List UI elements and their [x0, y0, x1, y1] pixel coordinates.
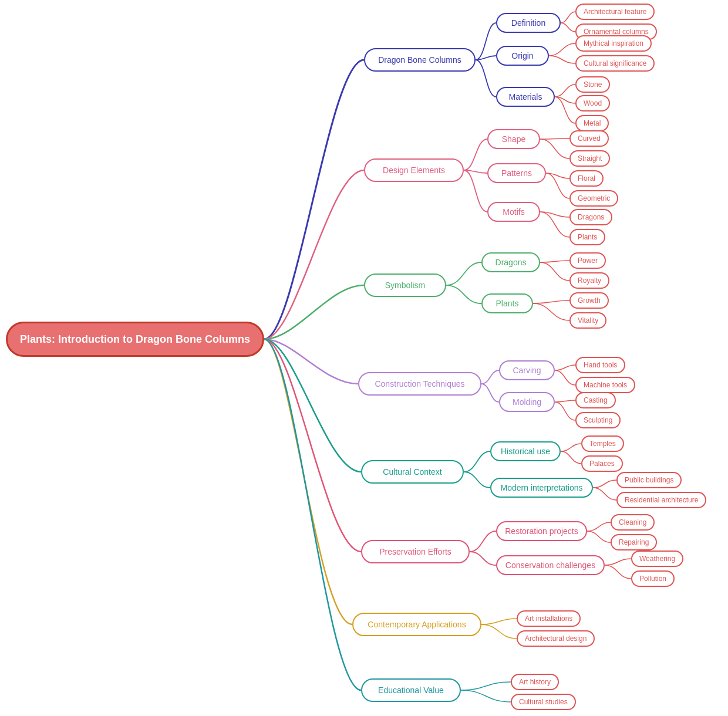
child-node: Modern interpretations	[490, 478, 593, 498]
leaf-node: Cleaning	[611, 514, 655, 531]
leaf-node: Mythical inspiration	[575, 35, 652, 52]
leaf-node: Pollution	[631, 570, 675, 587]
leaf-node: Cultural studies	[511, 694, 576, 710]
leaf-node: Architectural feature	[575, 4, 655, 20]
child-node: Conservation challenges	[496, 555, 605, 575]
branch-node: Construction Techniques	[358, 372, 481, 396]
child-node: Materials	[496, 87, 555, 107]
leaf-node: Floral	[569, 170, 604, 187]
branch-node: Contemporary Applications	[352, 613, 481, 636]
branch-node: Symbolism	[364, 273, 446, 297]
leaf-node: Straight	[569, 150, 610, 167]
child-node: Molding	[499, 392, 555, 412]
child-node: Definition	[496, 13, 561, 33]
branch-node: Design Elements	[364, 158, 464, 182]
leaf-node: Sculpting	[575, 412, 621, 428]
leaf-node: Palaces	[581, 455, 623, 472]
leaf-node: Cultural significance	[575, 55, 655, 72]
leaf-node: Art history	[511, 674, 559, 690]
root-node: Plants: Introduction to Dragon Bone Colu…	[6, 322, 264, 357]
leaf-node: Growth	[569, 292, 609, 309]
leaf-node: Geometric	[569, 190, 618, 207]
leaf-node: Architectural design	[517, 630, 595, 647]
branch-node: Cultural Context	[361, 460, 464, 484]
child-node: Patterns	[487, 163, 546, 183]
branch-node: Preservation Efforts	[361, 540, 470, 563]
leaf-node: Machine tools	[575, 377, 635, 393]
child-node: Historical use	[490, 441, 561, 461]
leaf-node: Hand tools	[575, 357, 625, 373]
root-label: Plants: Introduction to Dragon Bone Colu…	[20, 333, 250, 346]
leaf-node: Residential architecture	[616, 492, 706, 508]
leaf-node: Wood	[575, 95, 610, 112]
branch-node: Educational Value	[361, 678, 461, 702]
child-node: Plants	[481, 293, 533, 313]
branch-node: Dragon Bone Columns	[364, 48, 476, 72]
leaf-node: Vitality	[569, 312, 606, 329]
child-node: Dragons	[481, 252, 540, 272]
leaf-node: Royalty	[569, 272, 609, 289]
leaf-node: Curved	[569, 130, 609, 147]
leaf-node: Power	[569, 252, 606, 269]
leaf-node: Art installations	[517, 610, 581, 627]
leaf-node: Temples	[581, 435, 624, 452]
child-node: Origin	[496, 46, 549, 66]
leaf-node: Public buildings	[616, 472, 682, 488]
child-node: Motifs	[487, 202, 540, 222]
leaf-node: Weathering	[631, 550, 683, 567]
child-node: Carving	[499, 360, 555, 380]
leaf-node: Plants	[569, 229, 605, 245]
leaf-node: Casting	[575, 392, 616, 408]
child-node: Restoration projects	[496, 521, 587, 541]
leaf-node: Metal	[575, 115, 609, 131]
leaf-node: Dragons	[569, 209, 612, 225]
leaf-node: Stone	[575, 76, 610, 93]
child-node: Shape	[487, 129, 540, 149]
leaf-node: Repairing	[611, 534, 657, 550]
